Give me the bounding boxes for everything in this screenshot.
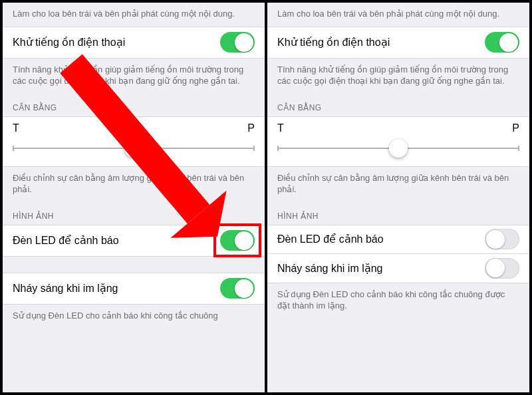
flash-silent-row: Nháy sáng khi im lặng — [267, 254, 529, 283]
noise-cancellation-label: Khử tiếng ồn điện thoại — [13, 36, 125, 49]
led-footer-cut: Sử dụng Đèn LED cho cảnh báo khi công tắ… — [3, 305, 265, 322]
noise-cancellation-row: Khử tiếng ồn điện thoại — [267, 27, 529, 59]
phones-wrap: Làm cho loa bên trái và bên phải phát cù… — [3, 3, 529, 392]
balance-section-title: CÂN BẰNG — [3, 94, 265, 116]
led-alert-switch[interactable] — [485, 229, 519, 249]
balance-right-label: P — [247, 122, 255, 134]
noise-cancellation-row: Khử tiếng ồn điện thoại — [3, 27, 265, 59]
noise-cancellation-footer: Tính năng khử tiếng ồn giúp giảm tiếng ồ… — [3, 59, 265, 94]
balance-slider-row: T P — [267, 116, 529, 167]
image-section-title: HÌNH ẢNH — [267, 202, 529, 225]
noise-cancellation-label: Khử tiếng ồn điện thoại — [277, 36, 390, 49]
led-footer: Sử dụng Đèn LED cho cảnh báo khi công tắ… — [267, 283, 529, 319]
mono-audio-footer: Làm cho loa bên trái và bên phải phát cù… — [3, 3, 265, 27]
image-section-title: HÌNH ẢNH — [3, 202, 265, 225]
comparison-stage: Làm cho loa bên trái và bên phải phát cù… — [0, 0, 532, 395]
led-alert-row: Đèn LED để cảnh báo — [267, 225, 529, 254]
balance-section-title: CÂN BẰNG — [267, 94, 529, 116]
balance-slider[interactable] — [277, 138, 519, 158]
balance-right-label: P — [512, 122, 519, 134]
mono-audio-footer: Làm cho loa bên trái và bên phải phát cù… — [267, 3, 529, 27]
balance-slider[interactable] — [13, 138, 255, 158]
balance-left-label: T — [277, 122, 284, 134]
balance-footer: Điều chỉnh sự cân bằng âm lượng giữa kên… — [267, 167, 529, 202]
flash-silent-label: Nháy sáng khi im lặng — [13, 282, 118, 295]
flash-silent-switch[interactable] — [485, 258, 519, 279]
led-alert-label: Đèn LED để cảnh báo — [13, 234, 119, 247]
flash-silent-switch[interactable] — [220, 278, 255, 299]
balance-slider-row: T P — [3, 116, 265, 167]
noise-cancellation-footer: Tính năng khử tiếng ồn giúp giảm tiếng ồ… — [267, 59, 529, 94]
balance-footer: Điều chỉnh sự cân bằng âm lượng giữa kên… — [3, 167, 265, 202]
led-alert-row: Đèn LED để cảnh báo — [3, 225, 265, 257]
led-alert-switch[interactable] — [220, 230, 255, 251]
flash-silent-label: Nháy sáng khi im lặng — [277, 262, 383, 275]
left-phone: Làm cho loa bên trái và bên phải phát cù… — [3, 3, 265, 392]
balance-left-label: T — [13, 122, 19, 134]
flash-silent-row: Nháy sáng khi im lặng — [3, 273, 265, 305]
noise-cancellation-switch[interactable] — [220, 32, 255, 53]
noise-cancellation-switch[interactable] — [485, 32, 519, 53]
led-alert-label: Đèn LED để cảnh báo — [277, 233, 384, 245]
spacer-footer — [3, 257, 265, 273]
right-phone: Làm cho loa bên trái và bên phải phát cù… — [267, 3, 529, 392]
